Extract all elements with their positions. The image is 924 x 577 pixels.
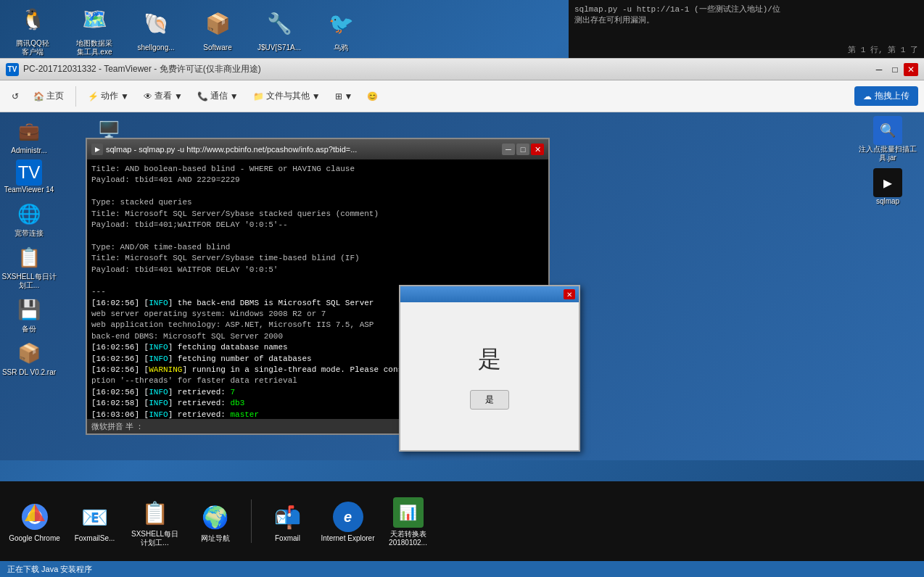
sxshell-task-icon: 📋 (138, 495, 173, 530)
top-icon-shellgong-label: shellgong... (137, 43, 174, 52)
tianruo-icon: 📊 (391, 495, 426, 530)
tv-view-arrow: ▼ (174, 91, 183, 101)
tv-comms-icon: 📞 (197, 91, 208, 101)
tv-home-label: 主页 (46, 90, 64, 102)
tv-titlebar: TV PC-201712031332 - TeamViewer - 免费许可证(… (0, 59, 924, 80)
rd-icon-teamviewer14[interactable]: TV TeamViewer 14 (0, 159, 58, 194)
tv-action-btn[interactable]: ⚡ 动作 ▼ (82, 87, 135, 105)
rd-inject-img: 🔍 (873, 116, 902, 145)
sql-line-7 (91, 231, 544, 241)
dialog-yes-button[interactable]: 是 (470, 390, 509, 410)
top-icon-jsup[interactable]: 🔧J$UV[S71A... (250, 4, 308, 54)
rd-icon-ssr-label: SSR DL V0.2.rar (2, 368, 56, 377)
top-right-panel: sqlmap.py -u http://1a-1 (一些测试注入地址)/位 测出… (569, 0, 924, 58)
tv-view-icon: 👁 (144, 91, 152, 101)
sqlmap-titlebar: ▶ sqlmap - sqlmap.py -u http://www.pcbin… (87, 139, 548, 159)
foxmail-icon: 📧 (78, 499, 112, 534)
top-icon-wuying-img: 🐦 (323, 7, 358, 41)
top-icon-qq-light[interactable]: 🐧腾讯QQ轻 客户端 (4, 0, 62, 59)
sqlmap-close-btn[interactable]: ✕ (531, 144, 544, 155)
outer-taskbar: Google Chrome 📧 FoxmailSe... 📋 SXSHELL每日… (0, 481, 924, 561)
desktop-background: sqlmap.py -u http://1a-1 (一些测试注入地址)/位 测出… (0, 0, 924, 577)
tv-home-btn[interactable]: 🏠 主页 (28, 87, 70, 105)
rd-icon-sqlmap[interactable]: ▶ sqlmap (859, 168, 917, 206)
sqlmap-minimize-btn[interactable]: ─ (502, 144, 515, 155)
upload-btn[interactable]: ☁ 拖拽上传 (854, 86, 918, 106)
top-icon-map-data[interactable]: 🗺️地图数据采 集工具.exe (65, 0, 123, 59)
dialog-close-btn[interactable]: ✕ (564, 289, 575, 299)
tv-comms-label: 通信 (210, 90, 228, 102)
dialog-titlebar: ✕ (400, 286, 579, 302)
ime-text: 微软拼音 半 ： (91, 421, 144, 432)
sql-line-8: Type: AND/OR time-based blind (91, 242, 544, 253)
small-dialog: ✕ 是 是 (399, 285, 580, 452)
taskbar-icon-tianruo[interactable]: 📊 天若转换表 20180102... (381, 495, 435, 547)
rd-left-icons: 💼 Administr... TV TeamViewer 14 🌐 宽带连接 📋… (0, 112, 80, 460)
taskbar-icon-webnav[interactable]: 🌍 网址导航 (188, 499, 242, 543)
status-bar: 正在下载 Java 安装程序 (0, 561, 924, 577)
rd-icon-admin-label: Administr... (11, 146, 46, 155)
taskbar-icon-ie[interactable]: e Internet Explorer (321, 499, 375, 543)
sql-line-1: Title: AND boolean-based blind - WHERE o… (91, 164, 544, 175)
tv-comms-btn[interactable]: 📞 通信 ▼ (191, 87, 244, 105)
ie-icon: e (331, 499, 366, 534)
sqlmap-controls: ─ □ ✕ (502, 144, 544, 155)
sqlmap-title-text: sqlmap - sqlmap.py -u http://www.pcbinfo… (106, 145, 499, 154)
tv-files-btn[interactable]: 📁 文件与其他 ▼ (247, 87, 326, 105)
rd-icon-ssr-img: 📦 (14, 338, 44, 368)
taskbar-icon-sxshell[interactable]: 📋 SXSHELL每日计划工... (128, 495, 182, 547)
tv-home-icon: 🏠 (33, 91, 44, 101)
tv-files-icon: 📁 (253, 91, 264, 101)
taskbar-icon-chrome[interactable]: Google Chrome (7, 499, 62, 543)
tv-icon: TV (6, 63, 19, 76)
main-layout: sqlmap.py -u http://1a-1 (一些测试注入地址)/位 测出… (0, 0, 924, 577)
rd-icon-ssr[interactable]: 📦 SSR DL V0.2.rar (0, 338, 58, 377)
tv-files-arrow: ▼ (312, 91, 321, 101)
rd-icon-sxshell-img: 📋 (14, 242, 44, 273)
top-icon-wuying[interactable]: 🐦乌鸦 (312, 4, 370, 54)
rd-icon-backup-label: 备份 (22, 325, 36, 333)
top-icon-map-data-label: 地图数据采 集工具.exe (76, 39, 112, 57)
taskbar-icon-foxmail[interactable]: 📧 FoxmailSe... (67, 499, 122, 543)
tv-comms-arrow: ▼ (230, 91, 239, 101)
tv-maximize-btn[interactable]: □ (888, 63, 902, 76)
sql-line-2: Payload: tbid=401 AND 2229=2229 (91, 175, 544, 186)
top-icon-software-label: Software (203, 43, 231, 52)
foxmail-label: FoxmailSe... (75, 534, 115, 543)
tv-title: PC-201712031332 - TeamViewer - 免费许可证(仅非商… (23, 63, 867, 75)
sql-line-4: Type: stacked queries (91, 197, 544, 208)
tv-minimize-btn[interactable]: ─ (872, 63, 886, 76)
dialog-is-text: 是 (478, 344, 501, 375)
foxmail2-label: Foxmail (275, 534, 300, 543)
tv-refresh-btn[interactable]: ↺ (6, 88, 25, 104)
tv-windows-btn[interactable]: ⊞ ▼ (329, 88, 359, 104)
rd-icon-bandwidth[interactable]: 🌐 宽带连接 (0, 199, 58, 238)
rd-icon-backup[interactable]: 💾 备份 (0, 294, 58, 333)
upload-label: 拖拽上传 (875, 90, 909, 102)
rd-icon-bandwidth-label: 宽带连接 (15, 229, 44, 238)
rd-icon-inject-tool[interactable]: 🔍 注入点批量扫描工具.jar (859, 116, 917, 162)
top-right-line2: 测出存在可利用漏洞。 (574, 14, 918, 25)
rd-icon-admin-img: 💼 (14, 116, 44, 146)
top-icon-wuying-label: 乌鸦 (334, 43, 348, 52)
tv-window-controls: ─ □ ✕ (872, 63, 918, 76)
top-icon-software[interactable]: 📦Software (189, 4, 247, 54)
foxmail2-icon: 📬 (271, 499, 305, 534)
taskbar-icon-foxmail2[interactable]: 📬 Foxmail (260, 499, 315, 543)
tv-action-icon: ⚡ (88, 91, 99, 101)
sqlmap-restore-btn[interactable]: □ (516, 144, 529, 155)
webnav-icon: 🌍 (198, 499, 233, 534)
rd-icon-sxshell[interactable]: 📋 SXSHELL每日计划工... (0, 242, 58, 290)
tv-close-btn[interactable]: ✕ (904, 63, 918, 76)
sxshell-task-label: SXSHELL每日计划工... (128, 530, 182, 547)
tv-view-btn[interactable]: 👁 查看 ▼ (138, 87, 189, 105)
top-icon-map-data-img: 🗺️ (77, 2, 112, 37)
status-text: 正在下载 Java 安装程序 (7, 564, 92, 575)
tv-toolbar: ↺ 🏠 主页 ⚡ 动作 ▼ 👁 查看 ▼ 📞 (0, 80, 924, 112)
rd-icon-bandwidth-img: 🌐 (14, 199, 44, 229)
upload-icon: ☁ (863, 91, 872, 101)
rd-icon-admin[interactable]: 💼 Administr... (0, 116, 58, 155)
tv-emoji-btn[interactable]: 😊 (361, 88, 384, 104)
sqlmap-title-icon: ▶ (91, 144, 103, 155)
top-icon-shellgong[interactable]: 🐚shellgong... (127, 4, 185, 54)
